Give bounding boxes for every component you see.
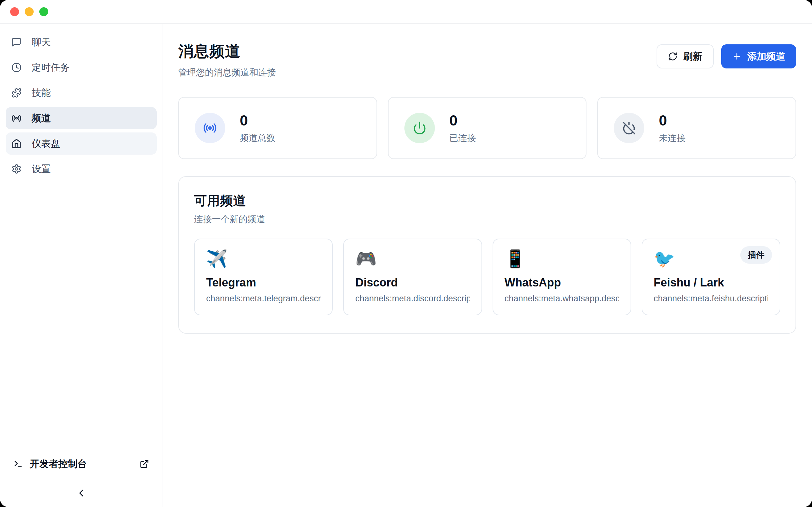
minimize-window-button[interactable] [25, 7, 34, 16]
stat-label: 已连接 [450, 132, 476, 144]
channel-description: channels:meta.discord.descriptio [355, 294, 470, 303]
channel-description: channels:meta.whatsapp.descrip [505, 294, 619, 303]
channel-description: channels:meta.feishu.description [654, 294, 768, 303]
radio-icon [11, 113, 21, 123]
stat-label: 未连接 [659, 132, 686, 144]
sidebar-item-label: 仪表盘 [32, 137, 60, 150]
stat-value: 0 [240, 112, 275, 129]
plugin-badge: 插件 [740, 246, 772, 264]
channel-name: Telegram [206, 276, 321, 289]
home-icon [11, 138, 21, 149]
sidebar-item-settings[interactable]: 设置 [6, 158, 157, 180]
telegram-airplane-icon: ✈️ [206, 250, 321, 267]
page-header: 消息频道 管理您的消息频道和连接 刷新 添加频道 [178, 41, 796, 78]
stat-value: 0 [659, 112, 686, 129]
main-content: 消息频道 管理您的消息频道和连接 刷新 添加频道 [162, 24, 812, 507]
puzzle-icon [11, 88, 21, 98]
channel-description: channels:meta.telegram.descript [206, 294, 321, 303]
power-icon [404, 113, 435, 143]
refresh-button[interactable]: 刷新 [657, 44, 714, 68]
radio-icon [195, 113, 225, 143]
available-channels-subtitle: 连接一个新的频道 [194, 213, 780, 225]
refresh-button-label: 刷新 [683, 50, 702, 63]
sidebar-item-label: 频道 [32, 112, 51, 125]
channel-name: WhatsApp [505, 276, 619, 289]
whatsapp-phone-icon: 📱 [505, 250, 619, 267]
plus-icon [732, 52, 742, 61]
channel-name: Discord [355, 276, 470, 289]
sidebar-nav: 聊天 定时任务 技能 [6, 31, 157, 454]
available-channels-title: 可用频道 [194, 192, 780, 210]
page-subtitle: 管理您的消息频道和连接 [178, 66, 276, 78]
add-channel-button[interactable]: 添加频道 [721, 44, 796, 68]
stat-card-total-channels: 0 频道总数 [178, 97, 377, 159]
power-off-icon [614, 113, 644, 143]
sidebar-item-dashboard[interactable]: 仪表盘 [6, 132, 157, 155]
sidebar: 聊天 定时任务 技能 [0, 24, 162, 507]
channel-card-telegram[interactable]: ✈️ Telegram channels:meta.telegram.descr… [194, 239, 333, 315]
stat-card-connected: 0 已连接 [388, 97, 587, 159]
developer-console-link[interactable]: 开发者控制台 [9, 454, 154, 474]
sidebar-item-channels[interactable]: 频道 [6, 107, 157, 129]
window-titlebar [0, 0, 812, 24]
collapse-sidebar-button[interactable] [75, 487, 87, 499]
developer-console-label: 开发者控制台 [30, 458, 87, 470]
channel-name: Feishu / Lark [654, 276, 768, 289]
zoom-window-button[interactable] [39, 7, 48, 16]
chevron-left-icon [75, 487, 87, 499]
channel-card-whatsapp[interactable]: 📱 WhatsApp channels:meta.whatsapp.descri… [493, 239, 631, 315]
sidebar-item-label: 聊天 [32, 36, 51, 49]
external-link-icon [140, 459, 149, 469]
terminal-icon [13, 459, 23, 469]
discord-gamepad-icon: 🎮 [355, 250, 470, 267]
channel-grid: ✈️ Telegram channels:meta.telegram.descr… [194, 239, 780, 315]
sidebar-item-skills[interactable]: 技能 [6, 82, 157, 104]
chat-bubble-icon [11, 37, 21, 47]
channel-card-feishu[interactable]: 插件 🐦 Feishu / Lark channels:meta.feishu.… [642, 239, 780, 315]
add-channel-button-label: 添加频道 [747, 50, 785, 63]
sidebar-footer: 开发者控制台 [6, 454, 157, 499]
sidebar-item-label: 设置 [32, 163, 51, 176]
app-window: 聊天 定时任务 技能 [0, 0, 812, 507]
clock-icon [11, 62, 21, 72]
stat-label: 频道总数 [240, 132, 275, 144]
gear-icon [11, 164, 21, 174]
close-window-button[interactable] [10, 7, 19, 16]
refresh-icon [668, 52, 677, 61]
available-channels-section: 可用频道 连接一个新的频道 ✈️ Telegram channels:meta.… [178, 176, 796, 334]
page-title: 消息频道 [178, 41, 276, 61]
stat-value: 0 [450, 112, 476, 129]
sidebar-item-chat[interactable]: 聊天 [6, 31, 157, 53]
sidebar-item-label: 定时任务 [32, 61, 70, 74]
stat-card-disconnected: 0 未连接 [597, 97, 796, 159]
sidebar-item-label: 技能 [32, 87, 51, 100]
channel-card-discord[interactable]: 🎮 Discord channels:meta.discord.descript… [343, 239, 482, 315]
stats-row: 0 频道总数 0 已连接 [178, 97, 796, 159]
sidebar-item-scheduled-tasks[interactable]: 定时任务 [6, 56, 157, 78]
